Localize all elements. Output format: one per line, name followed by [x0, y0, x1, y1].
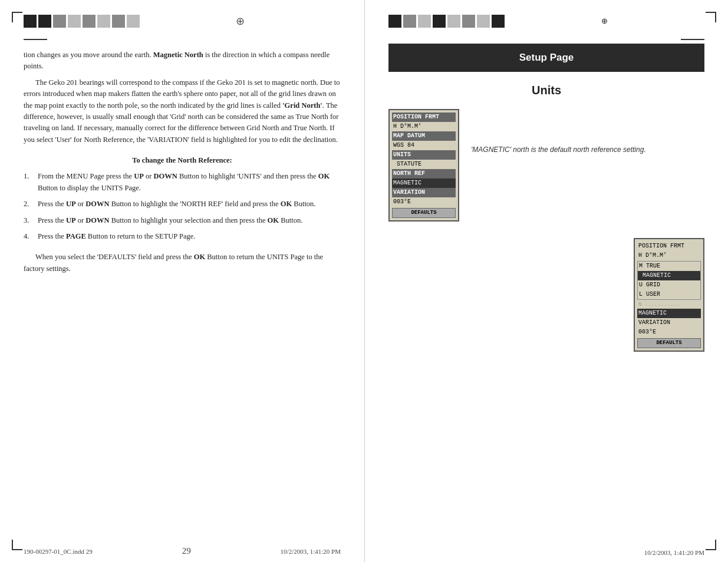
- left-column: ⊕ tion changes as you move around the ea…: [0, 0, 364, 562]
- setup-page-title: Setup Page: [519, 52, 574, 63]
- page-number: 29: [182, 546, 191, 556]
- screen1-row-magnetic: MAGNETIC: [392, 178, 456, 188]
- units-heading: Units: [388, 84, 704, 97]
- screen2-container: POSITION FRMT H D°M.M' M TRUE MAGNETIC U…: [388, 238, 704, 352]
- bar-block-3: [53, 15, 66, 28]
- left-footer: 190-00297-01_0C.indd 29 29 10/2/2003, 1:…: [24, 546, 341, 562]
- right-bar-2: [403, 15, 416, 28]
- device-screen-1: POSITION FRMT H D°M.M' MAP DATUM WGS 84 …: [388, 109, 459, 222]
- setup-page-bar: Setup Page: [388, 44, 704, 72]
- right-bar-3: [418, 15, 431, 28]
- screen1-defaults-btn: DEFAULTS: [392, 208, 456, 218]
- closing-paragraph: When you select the 'DEFAULTS' field and…: [24, 252, 341, 275]
- step-1: 1. From the MENU Page press the UP or DO…: [24, 171, 341, 194]
- screen1-row-position-frmt-label: POSITION FRMT: [392, 113, 456, 122]
- units-annotation: 'MAGNETIC' north is the default north re…: [471, 109, 646, 155]
- magnetic-north-bold: Magnetic North: [153, 51, 203, 59]
- screen2-variation-label: VARIATION: [637, 318, 701, 328]
- bar-block-5: [83, 15, 95, 28]
- right-bar-4: [433, 15, 446, 28]
- screen2-true: M TRUE: [638, 262, 700, 271]
- right-content: Setup Page Units POSITION FRMT H D°M.M' …: [388, 44, 704, 549]
- right-bar-6: [462, 15, 475, 28]
- device-screen-2: POSITION FRMT H D°M.M' M TRUE MAGNETIC U…: [634, 238, 704, 352]
- left-divider-line: [24, 39, 47, 40]
- step-2-text: Press the UP or DOWN Button to highlight…: [38, 199, 341, 210]
- screen2-defaults-btn: DEFAULTS: [637, 338, 701, 348]
- right-divider-line: [681, 39, 704, 40]
- page-container: ⊕ tion changes as you move around the ea…: [0, 0, 728, 562]
- footer-timestamp-left: 10/2/2003, 1:41:20 PM: [281, 548, 341, 555]
- right-bar-7: [477, 15, 490, 28]
- step-3-num: 3.: [24, 215, 33, 226]
- bar-block-1: [24, 15, 37, 28]
- screen1-row-variation-label: VARIATION: [392, 188, 456, 197]
- screen1-row-north-ref-label: NORTH REF: [392, 169, 456, 178]
- step-1-num: 1.: [24, 171, 33, 194]
- right-bar-8: [492, 15, 505, 28]
- section-heading: To change the North Reference:: [24, 155, 341, 166]
- bar-block-6: [97, 15, 110, 28]
- step-4: 4. Press the PAGE Button to return to th…: [24, 231, 341, 242]
- paragraph-2: The Geko 201 bearings will correspond to…: [24, 77, 341, 146]
- screen2-row-hd: H D°M.M': [637, 251, 701, 260]
- screen1-row-map-datum-label: MAP DATUM: [392, 131, 456, 141]
- right-crosshair: ⊕: [505, 16, 704, 26]
- step-3-text: Press the UP or DOWN Button to highlight…: [38, 215, 341, 226]
- bar-block-8: [127, 15, 140, 28]
- screen2-magnetic: MAGNETIC: [638, 271, 700, 280]
- closing-start: When you select the 'DEFAULTS' field and…: [35, 253, 194, 261]
- closing-ok: OK: [194, 253, 205, 261]
- step-1-text: From the MENU Page press the UP or DOWN …: [38, 171, 341, 194]
- screen1-row-units-label: UNITS: [392, 150, 456, 160]
- right-header-bar: ⊕: [388, 13, 704, 29]
- left-header-bar: ⊕: [24, 13, 341, 29]
- screen2-magnetic-2: MAGNETIC: [637, 309, 701, 318]
- right-bar-blocks: [388, 15, 505, 28]
- step-4-num: 4.: [24, 231, 33, 242]
- step-2-num: 2.: [24, 199, 33, 210]
- units-layout: POSITION FRMT H D°M.M' MAP DATUM WGS 84 …: [388, 109, 704, 222]
- corner-tl: [12, 12, 22, 22]
- left-bar-blocks: [24, 15, 140, 28]
- grid-north-bold: 'Grid North': [282, 101, 322, 110]
- right-bar-5: [447, 15, 460, 28]
- screen2-variation-val: 003°E: [637, 328, 701, 337]
- screen1-row-variation-val: 003°E: [392, 197, 456, 207]
- step-3: 3. Press the UP or DOWN Button to highli…: [24, 215, 341, 226]
- left-crosshair: ⊕: [140, 15, 341, 28]
- footer-file: 190-00297-01_0C.indd 29: [24, 548, 93, 555]
- corner-br: [706, 540, 716, 550]
- left-content: tion changes as you move around the eart…: [24, 44, 341, 546]
- screen1-row-hd: H D°M.M': [392, 122, 456, 131]
- bar-block-4: [68, 15, 81, 28]
- screen1-row-statute: STATUTE: [392, 160, 456, 169]
- steps-list: 1. From the MENU Page press the UP or DO…: [24, 171, 341, 242]
- intro-paragraph: tion changes as you move around the eart…: [24, 49, 341, 72]
- screen2-user: L USER: [638, 290, 700, 299]
- step-2: 2. Press the UP or DOWN Button to highli…: [24, 199, 341, 210]
- bar-block-2: [38, 15, 51, 28]
- screen2-n-dots: N ...........: [637, 300, 701, 309]
- screen2-dropdown: M TRUE MAGNETIC U GRID L USER: [637, 261, 701, 300]
- corner-tr: [706, 12, 716, 22]
- step-4-text: Press the PAGE Button to return to the S…: [38, 231, 341, 242]
- right-footer-timestamp: 10/2/2003, 1:41:20 PM: [644, 549, 704, 556]
- bar-block-7: [112, 15, 125, 28]
- screen2-row-position-frmt-label: POSITION FRMT: [637, 242, 701, 251]
- right-bar-1: [388, 15, 401, 28]
- screen2-grid: U GRID: [638, 280, 700, 290]
- right-column: ⊕ Setup Page Units POSITION FRMT H D°M.M…: [364, 0, 728, 562]
- screen1-row-wgs: WGS 84: [392, 141, 456, 150]
- corner-bl: [12, 540, 22, 550]
- right-footer: 10/2/2003, 1:41:20 PM: [388, 549, 704, 562]
- intro-text-start: tion changes as you move around the eart…: [24, 51, 153, 59]
